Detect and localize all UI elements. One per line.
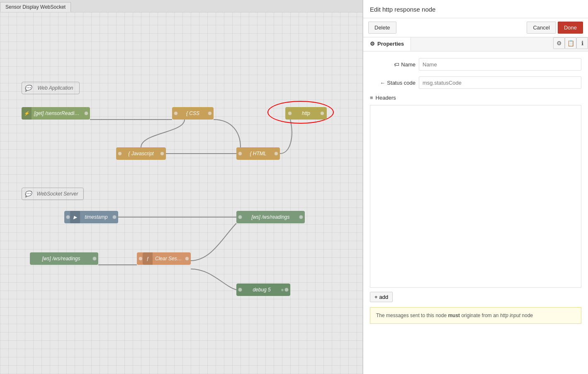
node-label-get: [get] /sensorReadings — [32, 110, 84, 116]
node-port-left[interactable] — [238, 288, 242, 292]
headers-label-text: Headers — [376, 95, 396, 101]
node-javascript[interactable]: { Javascript — [116, 147, 166, 160]
info-text-1: The messages sent to this node — [376, 313, 448, 318]
info-text-bold: must — [448, 313, 460, 318]
name-label: 🏷 Name — [370, 61, 415, 68]
node-html[interactable]: { HTML — [236, 147, 280, 160]
panel-header: Edit http response node — [363, 0, 588, 18]
tab-spacer — [411, 37, 553, 51]
name-input[interactable] — [419, 58, 581, 71]
tag-icon: 🏷 — [394, 61, 399, 68]
canvas-tab[interactable]: Sensor Display WebSocket — [0, 2, 71, 12]
node-port-right[interactable] — [92, 257, 97, 261]
node-port-right[interactable] — [208, 111, 212, 115]
form-area: 🏷 Name ← Status code ≡ Headers + add The… — [363, 51, 588, 374]
status-code-input[interactable] — [419, 76, 581, 89]
toolbar-right: Cancel Done — [527, 22, 583, 34]
node-clear-session[interactable]: ƒ Clear Session — [137, 252, 191, 265]
node-label-debug: debug 5 — [242, 287, 281, 293]
node-port-left[interactable] — [238, 152, 242, 156]
node-http[interactable]: http — [285, 107, 327, 120]
node-port-right[interactable] — [274, 152, 278, 156]
node-icon-timestamp: ▶ — [70, 211, 80, 223]
toolbar-left: Delete — [368, 22, 396, 34]
info-text-italic: http input — [500, 313, 520, 318]
node-label-html: { HTML — [242, 151, 274, 156]
panel-tabs-row: ⚙ Properties ⚙ 📋 ℹ — [363, 37, 588, 51]
node-label: Web Application — [32, 85, 79, 91]
node-icon-clear: ƒ — [143, 252, 153, 265]
add-header-button[interactable]: + add — [370, 292, 393, 302]
info-text-3: node — [520, 313, 533, 318]
node-label-ws-in: [ws] /ws/readings — [30, 256, 92, 262]
node-css[interactable]: { CSS — [172, 107, 214, 120]
node-port-left[interactable] — [118, 152, 122, 156]
headers-box — [370, 105, 581, 288]
node-icon-get: ⚡ — [22, 107, 32, 120]
node-label-js: { Javascript — [122, 151, 160, 156]
node-label-css: { CSS — [178, 110, 208, 116]
canvas-area: Sensor Display WebSocket 💬 Web Applicati… — [0, 0, 363, 374]
node-port-left[interactable] — [238, 215, 242, 219]
node-label-ws-comment: WebSocket Server — [32, 191, 83, 197]
status-code-row: ← Status code — [370, 76, 581, 89]
node-port-right[interactable] — [299, 215, 303, 219]
node-port-right[interactable] — [284, 288, 289, 292]
node-port-right[interactable] — [320, 111, 324, 115]
node-timestamp[interactable]: ▶ timestamp — [64, 211, 118, 223]
connector-layer — [0, 0, 362, 374]
delete-button[interactable]: Delete — [368, 22, 396, 34]
node-ws-out[interactable]: [ws] /ws/readings — [236, 211, 305, 223]
node-port-right[interactable] — [160, 152, 164, 156]
name-row: 🏷 Name — [370, 58, 581, 71]
settings-icon-btn[interactable]: ⚙ — [553, 37, 565, 49]
node-debug5[interactable]: debug 5 ≡ — [236, 284, 290, 296]
node-comment-ws[interactable]: 💬 WebSocket Server — [22, 188, 84, 200]
add-label: add — [379, 294, 389, 300]
tab-properties[interactable]: ⚙ Properties — [363, 37, 411, 51]
right-panel: Edit http response node Delete Cancel Do… — [363, 0, 588, 374]
status-code-label: ← Status code — [370, 80, 415, 86]
node-port-right[interactable] — [185, 257, 189, 261]
cancel-button[interactable]: Cancel — [527, 22, 556, 34]
node-get-sensor[interactable]: ⚡ [get] /sensorReadings — [22, 107, 90, 120]
info-box: The messages sent to this node must orig… — [370, 307, 581, 324]
node-label-http: http — [292, 110, 320, 116]
plus-icon: + — [374, 294, 378, 300]
node-port-left[interactable] — [288, 111, 292, 115]
node-port-right[interactable] — [112, 215, 117, 219]
done-button[interactable]: Done — [558, 22, 583, 34]
arrow-icon: ← — [380, 80, 385, 86]
tab-properties-label: Properties — [377, 41, 404, 47]
node-comment-webapp[interactable]: 💬 Web Application — [22, 82, 80, 94]
node-port-left[interactable] — [174, 111, 178, 115]
copy-icon-btn[interactable]: 📋 — [565, 37, 576, 49]
list-icon: ≡ — [370, 95, 373, 101]
panel-toolbar: Delete Cancel Done — [363, 18, 588, 37]
node-label-timestamp: timestamp — [80, 214, 112, 220]
node-ws-in[interactable]: [ws] /ws/readings — [30, 252, 98, 265]
node-port-left[interactable] — [138, 257, 143, 261]
info-text-2: originate from an — [460, 313, 500, 318]
headers-section: ≡ Headers — [370, 95, 581, 101]
gear-icon: ⚙ — [370, 41, 375, 47]
info-icon-btn[interactable]: ℹ — [576, 37, 588, 49]
node-port-left[interactable] — [66, 215, 70, 219]
node-label-clear: Clear Session — [153, 256, 185, 262]
node-label-ws-out: [ws] /ws/readings — [242, 214, 299, 220]
node-port-right[interactable] — [84, 111, 88, 115]
panel-title: Edit http response node — [370, 6, 435, 13]
